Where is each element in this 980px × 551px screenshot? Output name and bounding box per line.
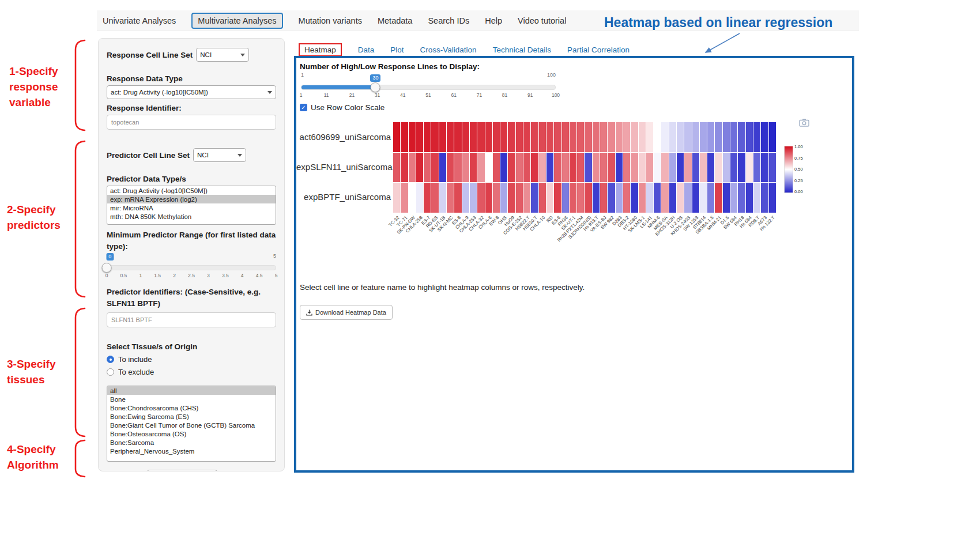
tissue-option[interactable]: Bone:Osteosarcoma (OS)	[107, 429, 276, 438]
heatmap-cell[interactable]	[562, 153, 569, 183]
heatmap-cell[interactable]	[485, 122, 492, 152]
heatmap-cell[interactable]	[546, 153, 553, 183]
heatmap-cell[interactable]	[654, 122, 661, 152]
heatmap-cell[interactable]	[570, 122, 576, 152]
heatmap-cell[interactable]	[393, 122, 400, 152]
min-predictor-range-slider[interactable]: 5 0 00.511.522.533.544.55	[107, 253, 276, 281]
heatmap-cell[interactable]	[707, 183, 714, 213]
heatmap-cell[interactable]	[531, 183, 538, 213]
heatmap-cell[interactable]	[424, 122, 431, 152]
tab-data[interactable]: Data	[358, 46, 375, 54]
heatmap-cell[interactable]	[707, 122, 714, 152]
heatmap-cell[interactable]	[416, 122, 423, 152]
heatmap-cell[interactable]	[661, 153, 668, 183]
heatmap-cell[interactable]	[585, 122, 591, 152]
heatmap-cell[interactable]	[746, 122, 753, 152]
lines-slider-handle[interactable]	[371, 82, 380, 92]
heatmap-cell[interactable]	[677, 153, 684, 183]
heatmap-cell[interactable]	[531, 122, 538, 152]
heatmap-cell[interactable]	[523, 153, 530, 183]
heatmap-row-label[interactable]: act609699_uniSarcoma	[296, 122, 391, 152]
heatmap-cell[interactable]	[623, 183, 630, 213]
heatmap-cell[interactable]	[500, 153, 507, 183]
heatmap-cell[interactable]	[639, 153, 646, 183]
range-slider-track[interactable]	[107, 265, 276, 270]
heatmap-cell[interactable]	[539, 183, 546, 213]
nav-item-mutation-variants[interactable]: Mutation variants	[299, 16, 362, 25]
tab-technical-details[interactable]: Technical Details	[493, 46, 551, 54]
heatmap-cell[interactable]	[493, 122, 500, 152]
heatmap-cell[interactable]	[546, 122, 553, 152]
heatmap-cell[interactable]	[654, 153, 661, 183]
heatmap-cell[interactable]	[508, 183, 515, 213]
heatmap-cell[interactable]	[508, 153, 515, 183]
heatmap-cell[interactable]	[500, 122, 507, 152]
heatmap-cell[interactable]	[462, 153, 469, 183]
heatmap-cell[interactable]	[593, 122, 600, 152]
heatmap-cell[interactable]	[646, 183, 653, 213]
heatmap-cell[interactable]	[593, 183, 600, 213]
tissue-include-radio[interactable]	[107, 356, 114, 363]
predictor-data-type-option[interactable]: exp: mRNA Expression (log2)	[107, 195, 276, 203]
heatmap-cell[interactable]	[477, 153, 484, 183]
predictor-data-type-option[interactable]: mir: MicroRNA	[107, 203, 276, 212]
heatmap-cell[interactable]	[593, 153, 600, 183]
heatmap-cell[interactable]	[639, 122, 646, 152]
heatmap-cell[interactable]	[409, 153, 416, 183]
heatmap-cell[interactable]	[769, 122, 776, 152]
heatmap-cell[interactable]	[401, 183, 408, 213]
tab-plot[interactable]: Plot	[390, 46, 404, 54]
heatmap-cell[interactable]	[738, 153, 745, 183]
heatmap-cell[interactable]	[646, 122, 653, 152]
heatmap-cell[interactable]	[539, 153, 546, 183]
heatmap-cell[interactable]	[677, 122, 684, 152]
predictor-identifiers-input[interactable]	[107, 312, 276, 327]
heatmap-cell[interactable]	[431, 183, 438, 213]
tissue-option[interactable]: Peripheral_Nervous_System	[107, 447, 276, 455]
tab-heatmap[interactable]: Heatmap	[299, 43, 342, 56]
heatmap-cell[interactable]	[447, 183, 454, 213]
predictor-cell-line-set-select[interactable]: NCI	[193, 148, 246, 162]
tab-cross-validation[interactable]: Cross-Validation	[420, 46, 477, 54]
heatmap-cell[interactable]	[562, 122, 569, 152]
response-data-type-select[interactable]: act: Drug Activity (-log10[IC50M])	[107, 85, 276, 99]
heatmap-cell[interactable]	[577, 122, 584, 152]
heatmap-cell[interactable]	[439, 183, 446, 213]
heatmap-cell[interactable]	[715, 122, 722, 152]
heatmap-cell[interactable]	[723, 183, 730, 213]
heatmap-cell[interactable]	[554, 122, 561, 152]
heatmap-cell[interactable]	[600, 183, 607, 213]
download-heatmap-data-button[interactable]: Download Heatmap Data	[300, 305, 393, 320]
heatmap-cell[interactable]	[631, 183, 638, 213]
heatmap-cell[interactable]	[409, 122, 416, 152]
heatmap-cell[interactable]	[454, 153, 461, 183]
lines-slider-track[interactable]	[301, 85, 556, 90]
response-cell-line-set-select[interactable]: NCI	[196, 48, 249, 62]
heatmap-cell[interactable]	[715, 183, 722, 213]
heatmap-cell[interactable]	[723, 122, 730, 152]
heatmap-cell[interactable]	[684, 183, 691, 213]
heatmap-cell[interactable]	[531, 153, 538, 183]
heatmap-cell[interactable]	[753, 183, 760, 213]
heatmap-cell[interactable]	[431, 153, 438, 183]
nav-item-metadata[interactable]: Metadata	[378, 16, 412, 25]
heatmap-cell[interactable]	[431, 122, 438, 152]
heatmap-cell[interactable]	[616, 153, 623, 183]
tab-partial-correlation[interactable]: Partial Correlation	[567, 46, 630, 54]
heatmap-cell[interactable]	[692, 122, 699, 152]
heatmap-cell[interactable]	[401, 153, 408, 183]
heatmap-cell[interactable]	[684, 122, 691, 152]
heatmap-cell[interactable]	[554, 153, 561, 183]
heatmap-cell[interactable]	[761, 153, 768, 183]
tissue-option[interactable]: Bone	[107, 395, 276, 403]
heatmap-cell[interactable]	[462, 183, 469, 213]
heatmap-cell[interactable]	[424, 183, 431, 213]
tissue-option[interactable]: Bone:Ewing Sarcoma (ES)	[107, 412, 276, 421]
heatmap-cell[interactable]	[661, 183, 668, 213]
heatmap-cell[interactable]	[600, 153, 607, 183]
heatmap-cell[interactable]	[746, 153, 753, 183]
heatmap-cell[interactable]	[585, 183, 591, 213]
heatmap-cell[interactable]	[439, 153, 446, 183]
tissue-option[interactable]: Bone:Sarcoma	[107, 438, 276, 447]
heatmap-cell[interactable]	[585, 153, 591, 183]
